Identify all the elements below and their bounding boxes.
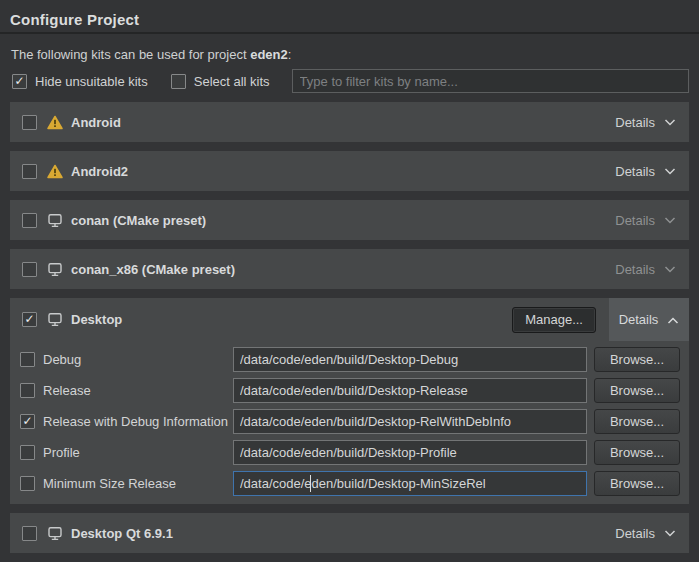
- build-dir-input[interactable]: [233, 347, 587, 372]
- intro-prefix: The following kits can be used for proje…: [11, 47, 250, 62]
- kit-checkbox[interactable]: [22, 312, 37, 327]
- kit-checkbox[interactable]: [22, 164, 37, 179]
- build-dir-input[interactable]: [233, 409, 587, 434]
- browse-button[interactable]: Browse...: [594, 347, 680, 372]
- kit-row-android: Android Details: [10, 102, 689, 142]
- kit-row-desktop-qt: Desktop Qt 6.9.1 Details: [10, 513, 689, 553]
- manage-button[interactable]: Manage...: [512, 307, 596, 333]
- build-dir-input[interactable]: [233, 471, 587, 496]
- page-title: Configure Project: [10, 11, 689, 28]
- select-all-label: Select all kits: [194, 74, 270, 89]
- config-label: Minimum Size Release: [43, 476, 233, 491]
- path-input-wrap: [233, 471, 587, 496]
- details-button[interactable]: Details: [603, 200, 689, 240]
- details-label: Details: [615, 213, 655, 228]
- config-checkbox[interactable]: [20, 352, 35, 367]
- kit-name: Android2: [71, 164, 128, 179]
- details-label: Details: [615, 526, 655, 541]
- select-all-checkbox-label[interactable]: Select all kits: [171, 74, 270, 89]
- details-label: Details: [619, 312, 659, 327]
- kit-list: Android Details Android2 Details conan (…: [10, 102, 689, 553]
- build-config-list: Debug Browse... Release Browse... Releas: [10, 347, 689, 496]
- warning-icon: [47, 164, 63, 179]
- kit-checkbox[interactable]: [22, 526, 37, 541]
- details-button[interactable]: Details: [609, 298, 689, 341]
- chevron-up-icon: [667, 317, 679, 324]
- kit-filter-controls: Hide unsuitable kits Select all kits: [12, 69, 689, 93]
- kit-row-conan: conan (CMake preset) Details: [10, 200, 689, 240]
- details-button[interactable]: Details: [603, 249, 689, 289]
- path-input-wrap: [233, 409, 587, 434]
- config-label: Release: [43, 383, 233, 398]
- build-dir-input[interactable]: [233, 378, 587, 403]
- chevron-down-icon: [664, 168, 676, 175]
- details-label: Details: [615, 164, 655, 179]
- kit-name: Desktop: [71, 312, 122, 327]
- titlebar: Configure Project: [0, 0, 699, 34]
- config-row-debug: Debug Browse...: [10, 347, 689, 372]
- kit-name: conan (CMake preset): [71, 213, 206, 228]
- browse-button[interactable]: Browse...: [594, 409, 680, 434]
- config-checkbox[interactable]: [20, 445, 35, 460]
- config-checkbox[interactable]: [20, 476, 35, 491]
- monitor-icon: [47, 526, 63, 541]
- intro-suffix: :: [288, 47, 292, 62]
- build-dir-input[interactable]: [233, 440, 587, 465]
- config-checkbox[interactable]: [20, 414, 35, 429]
- select-all-checkbox[interactable]: [171, 74, 186, 89]
- details-label: Details: [615, 115, 655, 130]
- config-label: Release with Debug Information: [43, 414, 233, 429]
- monitor-icon: [47, 262, 63, 277]
- config-row-release: Release Browse...: [10, 378, 689, 403]
- browse-button[interactable]: Browse...: [594, 440, 680, 465]
- project-name: eden2: [250, 47, 288, 62]
- kit-checkbox[interactable]: [22, 115, 37, 130]
- monitor-icon: [47, 312, 63, 327]
- browse-button[interactable]: Browse...: [594, 378, 680, 403]
- kit-row-desktop: Desktop Manage... Details: [10, 298, 689, 341]
- browse-button[interactable]: Browse...: [594, 471, 680, 496]
- kit-checkbox[interactable]: [22, 213, 37, 228]
- hide-unsuitable-label: Hide unsuitable kits: [35, 74, 148, 89]
- kit-checkbox[interactable]: [22, 262, 37, 277]
- kit-filter-input[interactable]: [292, 69, 689, 93]
- monitor-icon: [47, 213, 63, 228]
- kit-row-conan-x86: conan_x86 (CMake preset) Details: [10, 249, 689, 289]
- chevron-down-icon: [664, 266, 676, 273]
- details-button[interactable]: Details: [603, 513, 689, 553]
- config-row-minsizerel: Minimum Size Release Browse...: [10, 471, 689, 496]
- path-input-wrap: [233, 440, 587, 465]
- warning-icon: [47, 115, 63, 130]
- config-row-relwithdebinfo: Release with Debug Information Browse...: [10, 409, 689, 434]
- kit-name: Desktop Qt 6.9.1: [71, 526, 173, 541]
- hide-unsuitable-checkbox[interactable]: [12, 74, 27, 89]
- config-checkbox[interactable]: [20, 383, 35, 398]
- hide-unsuitable-checkbox-label[interactable]: Hide unsuitable kits: [12, 74, 148, 89]
- details-button[interactable]: Details: [603, 102, 689, 142]
- chevron-down-icon: [664, 119, 676, 126]
- chevron-down-icon: [664, 217, 676, 224]
- config-label: Profile: [43, 445, 233, 460]
- intro-text: The following kits can be used for proje…: [11, 47, 689, 62]
- kit-section-desktop: Desktop Manage... Details Debug Browse..…: [10, 298, 689, 504]
- chevron-down-icon: [664, 530, 676, 537]
- path-input-wrap: [233, 347, 587, 372]
- config-label: Debug: [43, 352, 233, 367]
- details-button[interactable]: Details: [603, 151, 689, 191]
- kit-row-android2: Android2 Details: [10, 151, 689, 191]
- path-input-wrap: [233, 378, 587, 403]
- config-row-profile: Profile Browse...: [10, 440, 689, 465]
- kit-name: conan_x86 (CMake preset): [71, 262, 235, 277]
- kit-name: Android: [71, 115, 121, 130]
- details-label: Details: [615, 262, 655, 277]
